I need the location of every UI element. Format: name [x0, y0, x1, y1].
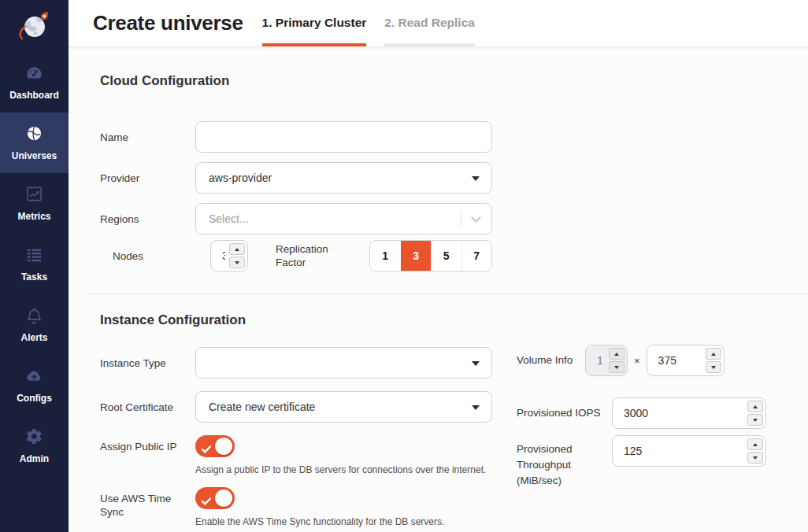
instance-configuration-heading: Instance Configuration — [100, 312, 808, 328]
assign-public-ip-row: Assign Public IP Assign a public IP to t… — [100, 435, 510, 475]
configs-icon — [25, 367, 43, 388]
rf-option-1[interactable]: 1 — [370, 241, 401, 271]
sidebar-item-label: Alerts — [20, 332, 47, 343]
provider-label: Provider — [100, 172, 195, 185]
decrement-button[interactable] — [706, 361, 721, 373]
increment-button[interactable] — [609, 348, 625, 360]
universes-icon — [25, 124, 43, 146]
check-icon — [202, 442, 211, 456]
dashboard-icon — [25, 64, 43, 85]
aws-time-sync-row: Use AWS Time Sync Enable the AWS Time Sy… — [100, 487, 510, 527]
decrement-button[interactable] — [229, 257, 245, 268]
increment-button[interactable] — [747, 438, 763, 450]
stepper-buttons — [747, 438, 763, 464]
name-label: Name — [100, 131, 195, 144]
sidebar-item-configs[interactable]: Configs — [0, 355, 69, 416]
instance-type-select[interactable] — [195, 347, 492, 379]
nodes-label: Nodes — [100, 249, 195, 263]
provider-row: Provider aws-provider — [100, 162, 492, 194]
sidebar-item-label: Admin — [20, 453, 49, 464]
rf-option-7[interactable]: 7 — [461, 241, 492, 271]
sidebar-item-label: Dashboard — [9, 90, 59, 101]
provisioned-throughput-label: Provisioned Throughput (MiB/sec) — [517, 435, 612, 489]
sidebar-item-admin[interactable]: Admin — [0, 416, 69, 476]
sidebar-item-dashboard[interactable]: Dashboard — [0, 52, 69, 113]
volume-count-input — [586, 345, 605, 375]
admin-gear-icon — [25, 427, 43, 449]
provider-selected-value: aws-provider — [209, 172, 272, 184]
provisioned-iops-label: Provisioned IOPS — [517, 405, 612, 421]
sidebar-item-label: Configs — [17, 393, 52, 404]
decrement-button[interactable] — [609, 361, 625, 373]
wizard-tabs: 1. Primary Cluster 2. Read Replica — [262, 0, 493, 46]
stepper-buttons — [706, 348, 721, 373]
sidebar-item-tasks[interactable]: Tasks — [0, 234, 69, 294]
yugabyte-logo-icon — [17, 9, 53, 49]
regions-row: Regions Select... — [100, 203, 492, 235]
tab-primary-cluster[interactable]: 1. Primary Cluster — [262, 0, 367, 46]
rf-option-5[interactable]: 5 — [431, 241, 461, 271]
instance-left-column: Instance Type Root Certificate Create ne… — [100, 347, 492, 532]
sidebar-item-universes[interactable]: Universes — [0, 113, 69, 173]
sidebar: Dashboard Universes Metrics — [0, 0, 69, 532]
increment-button[interactable] — [747, 401, 763, 412]
volume-count-stepper — [585, 345, 628, 376]
increment-button[interactable] — [229, 243, 245, 255]
name-input[interactable] — [195, 121, 492, 153]
provisioned-iops-input[interactable] — [613, 398, 743, 428]
rf-option-3[interactable]: 3 — [401, 241, 432, 271]
volume-info-label: Volume Info — [517, 353, 585, 368]
sidebar-item-alerts[interactable]: Alerts — [0, 294, 69, 355]
check-icon — [202, 494, 211, 508]
root-certificate-select[interactable]: Create new certificate — [195, 391, 492, 423]
root-certificate-label: Root Certificate — [100, 401, 195, 414]
sidebar-item-label: Tasks — [21, 272, 47, 283]
stepper-buttons — [747, 401, 763, 426]
tab-read-replica[interactable]: 2. Read Replica — [384, 0, 475, 46]
root-certificate-row: Root Certificate Create new certificate — [100, 391, 492, 423]
root-certificate-selected-value: Create new certificate — [209, 401, 315, 413]
decrement-button[interactable] — [747, 414, 763, 426]
create-universe-page: Dashboard Universes Metrics — [0, 0, 808, 532]
chevron-down-icon — [471, 212, 481, 223]
provider-select[interactable]: aws-provider — [195, 162, 492, 194]
cloud-configuration-heading: Cloud Configuration — [100, 73, 808, 89]
volume-size-input[interactable] — [647, 345, 702, 375]
caret-down-icon — [472, 361, 480, 366]
instance-type-label: Instance Type — [100, 357, 195, 370]
volume-info-row: Volume Info × — [517, 345, 769, 376]
volume-size-stepper[interactable] — [647, 345, 725, 376]
provisioned-throughput-stepper[interactable] — [612, 435, 766, 467]
name-row: Name — [100, 121, 492, 153]
instance-type-row: Instance Type — [100, 347, 492, 379]
page-header: Create universe 1. Primary Cluster 2. Re… — [69, 0, 808, 47]
provisioned-throughput-row: Provisioned Throughput (MiB/sec) — [517, 435, 769, 489]
regions-multiselect[interactable]: Select... — [195, 203, 492, 235]
decrement-button[interactable] — [747, 452, 763, 464]
replication-factor-label: Replication Factor — [276, 242, 343, 269]
sidebar-item-label: Universes — [12, 150, 57, 161]
stepper-buttons — [609, 348, 625, 373]
metrics-icon — [25, 185, 43, 206]
aws-time-sync-toggle[interactable] — [195, 487, 235, 509]
instance-grid: Instance Type Root Certificate Create ne… — [100, 347, 808, 532]
sidebar-item-label: Metrics — [17, 211, 50, 222]
aws-time-sync-label: Use AWS Time Sync — [100, 487, 195, 519]
caret-down-icon — [472, 176, 480, 181]
instance-right-column: Volume Info × — [517, 345, 769, 489]
nodes-input[interactable] — [211, 241, 225, 271]
page-title: Create universe — [93, 11, 243, 35]
app-logo[interactable] — [0, 0, 69, 52]
tasks-icon — [25, 246, 43, 267]
assign-public-ip-toggle[interactable] — [195, 435, 235, 457]
form-content: Cloud Configuration Name Provider aws-pr… — [69, 47, 808, 532]
nodes-row: Nodes Replication Factor 1 3 5 7 — [100, 240, 492, 272]
sidebar-item-metrics[interactable]: Metrics — [0, 173, 69, 234]
increment-button[interactable] — [706, 348, 721, 360]
select-divider — [461, 211, 461, 227]
nodes-stepper[interactable] — [210, 240, 248, 272]
provisioned-throughput-input[interactable] — [613, 436, 743, 466]
assign-public-ip-help: Assign a public IP to the DB servers for… — [195, 464, 492, 475]
provisioned-iops-stepper[interactable] — [612, 397, 766, 429]
aws-time-sync-help: Enable the AWS Time Sync functionality f… — [195, 516, 492, 527]
